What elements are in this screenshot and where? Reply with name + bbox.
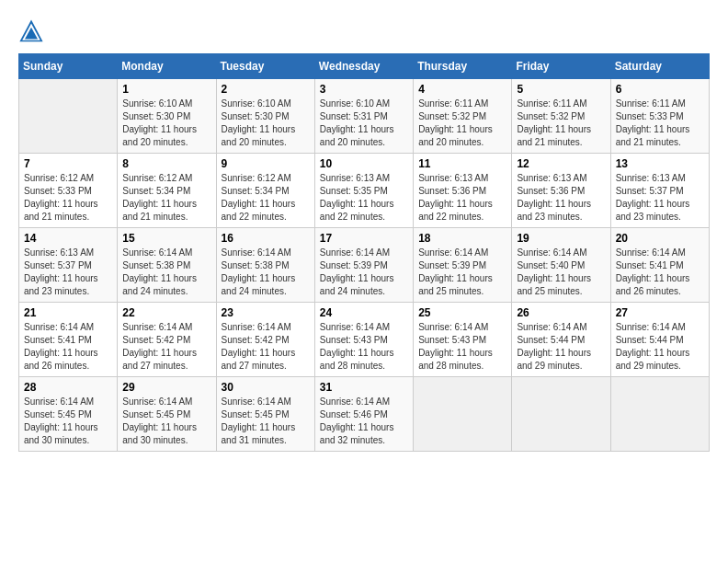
day-info: Sunrise: 6:10 AM Sunset: 5:30 PM Dayligh… [222, 98, 310, 149]
day-number: 14 [24, 232, 112, 245]
day-info: Sunrise: 6:13 AM Sunset: 5:37 PM Dayligh… [616, 172, 704, 224]
day-number: 16 [222, 232, 310, 245]
day-info: Sunrise: 6:12 AM Sunset: 5:34 PM Dayligh… [222, 172, 310, 224]
day-number: 8 [122, 157, 210, 170]
day-number: 26 [517, 306, 605, 319]
day-number: 6 [616, 83, 704, 96]
day-number: 31 [320, 381, 408, 394]
days-of-week-row: SundayMondayTuesdayWednesdayThursdayFrid… [19, 54, 710, 79]
day-number: 22 [122, 306, 210, 319]
calendar-cell: 20Sunrise: 6:14 AM Sunset: 5:41 PM Dayli… [610, 228, 709, 303]
day-number: 23 [222, 306, 310, 319]
calendar-cell: 24Sunrise: 6:14 AM Sunset: 5:43 PM Dayli… [314, 303, 413, 377]
day-number: 2 [222, 83, 310, 96]
calendar-cell: 15Sunrise: 6:14 AM Sunset: 5:38 PM Dayli… [118, 228, 216, 303]
calendar-body: 1Sunrise: 6:10 AM Sunset: 5:30 PM Daylig… [19, 79, 710, 452]
day-info: Sunrise: 6:14 AM Sunset: 5:40 PM Dayligh… [517, 247, 605, 298]
day-number: 21 [24, 306, 112, 319]
day-info: Sunrise: 6:14 AM Sunset: 5:39 PM Dayligh… [418, 247, 506, 298]
day-info: Sunrise: 6:10 AM Sunset: 5:31 PM Dayligh… [320, 98, 408, 149]
day-number: 17 [320, 232, 408, 245]
calendar-cell [414, 377, 512, 452]
day-number: 3 [320, 83, 408, 96]
day-number: 20 [616, 232, 704, 245]
day-info: Sunrise: 6:13 AM Sunset: 5:35 PM Dayligh… [320, 172, 408, 224]
day-info: Sunrise: 6:14 AM Sunset: 5:42 PM Dayligh… [122, 321, 210, 373]
day-info: Sunrise: 6:14 AM Sunset: 5:44 PM Dayligh… [517, 321, 605, 373]
calendar-cell: 5Sunrise: 6:11 AM Sunset: 5:32 PM Daylig… [512, 79, 610, 154]
day-info: Sunrise: 6:14 AM Sunset: 5:41 PM Dayligh… [24, 321, 112, 373]
day-info: Sunrise: 6:13 AM Sunset: 5:36 PM Dayligh… [517, 172, 605, 224]
day-number: 28 [24, 381, 112, 394]
day-number: 18 [418, 232, 506, 245]
day-of-week-header: Friday [512, 54, 610, 79]
day-number: 13 [616, 157, 704, 170]
logo-icon [18, 18, 44, 44]
calendar-cell: 19Sunrise: 6:14 AM Sunset: 5:40 PM Dayli… [512, 228, 610, 303]
day-number: 29 [122, 381, 210, 394]
day-number: 9 [222, 157, 310, 170]
day-of-week-header: Saturday [610, 54, 709, 79]
day-info: Sunrise: 6:14 AM Sunset: 5:43 PM Dayligh… [320, 321, 408, 373]
day-info: Sunrise: 6:14 AM Sunset: 5:45 PM Dayligh… [122, 396, 210, 447]
calendar-cell: 2Sunrise: 6:10 AM Sunset: 5:30 PM Daylig… [216, 79, 314, 154]
calendar-week-row: 7Sunrise: 6:12 AM Sunset: 5:33 PM Daylig… [19, 154, 710, 228]
day-number: 19 [517, 232, 605, 245]
day-number: 27 [616, 306, 704, 319]
day-info: Sunrise: 6:14 AM Sunset: 5:45 PM Dayligh… [24, 396, 112, 447]
calendar-cell [610, 377, 709, 452]
calendar-week-row: 1Sunrise: 6:10 AM Sunset: 5:30 PM Daylig… [19, 79, 710, 154]
calendar-cell: 14Sunrise: 6:13 AM Sunset: 5:37 PM Dayli… [19, 228, 118, 303]
calendar-cell: 12Sunrise: 6:13 AM Sunset: 5:36 PM Dayli… [512, 154, 610, 228]
calendar-cell: 1Sunrise: 6:10 AM Sunset: 5:30 PM Daylig… [118, 79, 216, 154]
calendar-cell [19, 79, 118, 154]
calendar-cell: 8Sunrise: 6:12 AM Sunset: 5:34 PM Daylig… [118, 154, 216, 228]
calendar-cell: 16Sunrise: 6:14 AM Sunset: 5:38 PM Dayli… [216, 228, 314, 303]
day-of-week-header: Wednesday [314, 54, 413, 79]
calendar-cell: 17Sunrise: 6:14 AM Sunset: 5:39 PM Dayli… [314, 228, 413, 303]
day-number: 5 [517, 83, 605, 96]
calendar-header: SundayMondayTuesdayWednesdayThursdayFrid… [19, 54, 710, 79]
calendar-cell: 26Sunrise: 6:14 AM Sunset: 5:44 PM Dayli… [512, 303, 610, 377]
calendar-cell [512, 377, 610, 452]
day-number: 24 [320, 306, 408, 319]
calendar-cell: 4Sunrise: 6:11 AM Sunset: 5:32 PM Daylig… [414, 79, 512, 154]
calendar-cell: 3Sunrise: 6:10 AM Sunset: 5:31 PM Daylig… [314, 79, 413, 154]
day-number: 25 [418, 306, 506, 319]
calendar-cell: 11Sunrise: 6:13 AM Sunset: 5:36 PM Dayli… [414, 154, 512, 228]
day-info: Sunrise: 6:11 AM Sunset: 5:32 PM Dayligh… [517, 98, 605, 149]
calendar-week-row: 21Sunrise: 6:14 AM Sunset: 5:41 PM Dayli… [19, 303, 710, 377]
day-number: 7 [24, 157, 112, 170]
day-info: Sunrise: 6:11 AM Sunset: 5:33 PM Dayligh… [616, 98, 704, 149]
day-number: 15 [122, 232, 210, 245]
day-number: 30 [222, 381, 310, 394]
day-info: Sunrise: 6:10 AM Sunset: 5:30 PM Dayligh… [122, 98, 210, 149]
calendar-cell: 31Sunrise: 6:14 AM Sunset: 5:46 PM Dayli… [314, 377, 413, 452]
calendar-cell: 27Sunrise: 6:14 AM Sunset: 5:44 PM Dayli… [610, 303, 709, 377]
day-info: Sunrise: 6:13 AM Sunset: 5:36 PM Dayligh… [418, 172, 506, 224]
day-of-week-header: Thursday [414, 54, 512, 79]
calendar-cell: 29Sunrise: 6:14 AM Sunset: 5:45 PM Dayli… [118, 377, 216, 452]
day-of-week-header: Sunday [19, 54, 118, 79]
day-number: 10 [320, 157, 408, 170]
calendar-cell: 23Sunrise: 6:14 AM Sunset: 5:42 PM Dayli… [216, 303, 314, 377]
calendar-cell: 18Sunrise: 6:14 AM Sunset: 5:39 PM Dayli… [414, 228, 512, 303]
day-info: Sunrise: 6:14 AM Sunset: 5:45 PM Dayligh… [222, 396, 310, 447]
day-info: Sunrise: 6:14 AM Sunset: 5:38 PM Dayligh… [222, 247, 310, 298]
day-info: Sunrise: 6:14 AM Sunset: 5:46 PM Dayligh… [320, 396, 408, 447]
day-of-week-header: Monday [118, 54, 216, 79]
calendar-cell: 7Sunrise: 6:12 AM Sunset: 5:33 PM Daylig… [19, 154, 118, 228]
day-info: Sunrise: 6:14 AM Sunset: 5:42 PM Dayligh… [222, 321, 310, 373]
calendar-cell: 13Sunrise: 6:13 AM Sunset: 5:37 PM Dayli… [610, 154, 709, 228]
day-info: Sunrise: 6:14 AM Sunset: 5:41 PM Dayligh… [616, 247, 704, 298]
day-info: Sunrise: 6:11 AM Sunset: 5:32 PM Dayligh… [418, 98, 506, 149]
day-info: Sunrise: 6:14 AM Sunset: 5:38 PM Dayligh… [122, 247, 210, 298]
calendar-table: SundayMondayTuesdayWednesdayThursdayFrid… [18, 53, 710, 452]
calendar-cell: 21Sunrise: 6:14 AM Sunset: 5:41 PM Dayli… [19, 303, 118, 377]
day-number: 1 [122, 83, 210, 96]
calendar-cell: 6Sunrise: 6:11 AM Sunset: 5:33 PM Daylig… [610, 79, 709, 154]
calendar-cell: 28Sunrise: 6:14 AM Sunset: 5:45 PM Dayli… [19, 377, 118, 452]
day-number: 12 [517, 157, 605, 170]
day-info: Sunrise: 6:14 AM Sunset: 5:39 PM Dayligh… [320, 247, 408, 298]
header [18, 18, 710, 44]
